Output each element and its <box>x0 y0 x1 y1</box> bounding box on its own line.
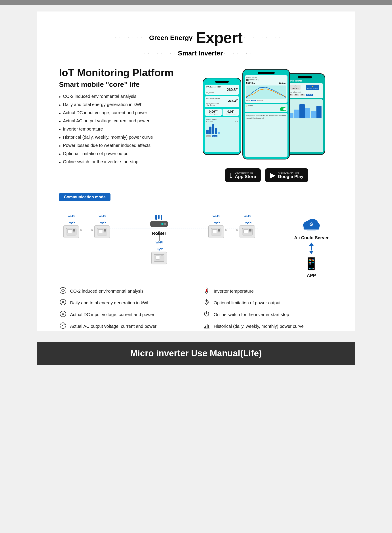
top-bar <box>0 0 392 5</box>
right-inverter-group: Wi-Fi <box>208 214 255 238</box>
header-section: · · · · · · · · · Green Energy Expert · … <box>59 23 333 58</box>
phone-mockups: PV_Current 8.00A 260.8W PV_Power AC_Volt… <box>201 67 333 162</box>
left-inverter-group: Wi-Fi <box>63 214 110 238</box>
cloud-app-section: ⚙ Ali Could Server 📱 APP <box>294 214 329 278</box>
svg-rect-63 <box>205 326 206 328</box>
svg-rect-22 <box>155 256 160 259</box>
router-inverter-row: Wi-Fi <box>151 241 167 264</box>
page-wrapper: · · · · · · · · · Green Energy Expert · … <box>0 0 392 533</box>
app-phone-icon: 📱 <box>304 256 319 271</box>
svg-rect-65 <box>208 325 209 328</box>
wifi-icon-1 <box>67 218 75 225</box>
footer-text: Micro inverter Use Manual(Life) <box>130 348 262 358</box>
icon-power-curve <box>203 322 210 331</box>
icon-thermometer <box>203 287 210 296</box>
inverter-box-5 <box>239 225 255 238</box>
wifi-label-5: Wi-Fi <box>244 214 251 218</box>
dots-left-1: · · · · · · · · · <box>111 36 148 40</box>
inverter-box-2 <box>94 225 110 238</box>
icon-power-switch <box>203 310 210 319</box>
svg-point-20 <box>159 250 160 251</box>
feature-bottom-text-6: Optional limitation of power output <box>214 300 280 306</box>
feature-item-8: Optional limitation of power output <box>59 151 191 157</box>
wifi-icon-3 <box>155 245 163 251</box>
google-play-button[interactable]: ▶ ANDROID APP ON Google Play <box>265 168 308 182</box>
wifi-icon-4 <box>212 218 220 225</box>
feature-item-2: Daily and total energy generation in kWh <box>59 102 191 108</box>
phone-center: Power curves ⬛ Temp 50°C 530.4kW 111.0V <box>243 69 290 159</box>
wifi-icon-2 <box>98 218 106 225</box>
feature-bottom-2: Daily and total energy generation in kWh <box>59 299 189 307</box>
feature-bottom-text-3: Actual DC input voltage, current and pow… <box>70 312 154 317</box>
app-label: APP <box>307 273 316 278</box>
feature-bottom-5: Inverter temperature <box>203 287 333 296</box>
feature-item-1: CO-2 induced environmental analysis <box>59 94 191 100</box>
svg-rect-51 <box>206 289 207 292</box>
svg-rect-2 <box>67 230 72 233</box>
svg-point-53 <box>205 300 208 304</box>
svg-point-27 <box>216 223 217 224</box>
iot-title: IoT Monitoring Platform <box>59 67 191 79</box>
svg-rect-14 <box>155 215 157 220</box>
apple-store-button[interactable]:  Download on the App Store <box>225 168 261 182</box>
dots-left-2: · · · · · · · · · <box>140 51 177 56</box>
svg-rect-16 <box>161 215 162 220</box>
apple-icon:  <box>230 171 233 179</box>
google-play-icon: ▶ <box>270 171 275 179</box>
feature-item-9: Online switch for the inverter start sto… <box>59 159 191 165</box>
feature-bottom-text-7: Online switch for the inverter start sto… <box>214 312 289 317</box>
feature-list: CO-2 induced environmental analysis Dail… <box>59 94 191 165</box>
feature-bottom-text-8: Historical (daily, weekly, monthly) powe… <box>214 324 304 329</box>
svg-rect-64 <box>207 324 207 328</box>
svg-point-61 <box>60 323 66 329</box>
inverter-unit-5: Wi-Fi <box>239 214 255 238</box>
feature-bottom-text-5: Inverter temperature <box>214 289 254 294</box>
main-content: · · · · · · · · · Green Energy Expert · … <box>37 11 355 331</box>
svg-rect-36 <box>243 230 248 233</box>
feature-bottom-4: Actual AC output voltage, current and po… <box>59 322 189 331</box>
header-smart-inverter: Smart Inverter <box>178 49 223 58</box>
header-green-energy: Green Energy <box>149 33 193 42</box>
feature-item-7: Power losses due to weather induced effe… <box>59 143 191 149</box>
svg-point-19 <box>164 223 166 225</box>
inverter-unit-1: Wi-Fi <box>63 214 79 238</box>
icon-power-limit <box>203 299 210 307</box>
phone-right: Inverter settings 🕐LocalTimer ⚡Energy Cl… <box>284 73 325 155</box>
feature-bottom-1: CO-2 induced environmental analysis <box>59 287 189 296</box>
feature-bottom-3: A Actual DC input voltage, current and p… <box>59 310 189 319</box>
dots-right-1: · · · · · · · · · <box>244 36 281 40</box>
feature-bottom-8: Historical (daily, weekly, monthly) powe… <box>203 322 333 331</box>
cloud-label: Ali Could Server <box>294 235 329 240</box>
cloud-icon: ⚙ <box>300 214 322 233</box>
router-icon <box>149 214 169 229</box>
comm-badge: Communication mode <box>59 193 111 201</box>
inverter-box-1 <box>63 225 79 238</box>
s-dash-2: s - - - s <box>225 228 238 238</box>
s-dash-1: s - - - s <box>80 228 93 238</box>
inverter-box-3 <box>151 252 167 264</box>
wifi-label-2: Wi-Fi <box>99 214 106 218</box>
iot-left: IoT Monitoring Platform Smart mobile "co… <box>59 67 191 182</box>
feature-bottom-text-1: CO-2 induced environmental analysis <box>70 289 143 294</box>
feature-item-4: Actual AC output voltage, current and po… <box>59 118 191 124</box>
inverter-unit-3: Wi-Fi <box>151 241 167 264</box>
feature-item-6: Historical (daily, weekly, monthly) powe… <box>59 135 191 141</box>
svg-point-54 <box>206 301 207 303</box>
apple-store-label-small: Download on the <box>235 171 256 174</box>
wifi-label-3: Wi-Fi <box>156 241 163 244</box>
google-play-label-big: Google Play <box>278 174 303 179</box>
svg-rect-9 <box>98 230 103 233</box>
wifi-label-1: Wi-Fi <box>68 214 75 218</box>
svg-rect-29 <box>212 230 217 233</box>
svg-rect-15 <box>158 215 159 219</box>
feature-bottom-text-2: Daily and total energy generation in kWh <box>70 300 149 306</box>
iot-section: IoT Monitoring Platform Smart mobile "co… <box>59 67 333 182</box>
google-play-label-small: ANDROID APP ON <box>278 171 303 174</box>
footer: Micro inverter Use Manual(Life) <box>37 342 355 365</box>
inverter-unit-2: Wi-Fi <box>94 214 110 238</box>
icon-energy <box>59 299 67 307</box>
features-bottom: CO-2 induced environmental analysis Inve… <box>59 287 333 331</box>
svg-text:⚙: ⚙ <box>309 222 313 227</box>
icon-ac-output <box>59 322 67 331</box>
inverter-box-4 <box>208 225 224 238</box>
